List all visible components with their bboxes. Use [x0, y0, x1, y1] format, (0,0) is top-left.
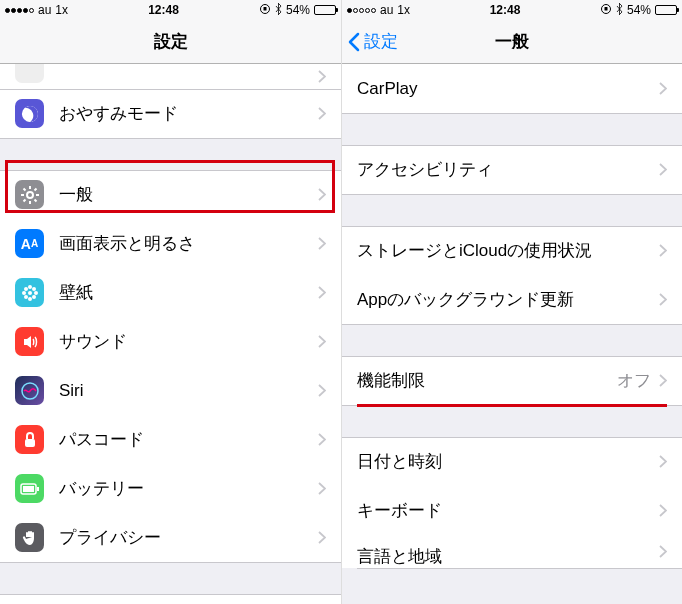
nav-bar: 設定 [0, 20, 341, 64]
screen-settings: au 1x 12:48 54% 設定 おやすみモード [0, 0, 341, 604]
nav-bar: 設定 一般 [342, 20, 682, 64]
bluetooth-icon [616, 3, 623, 18]
cell-language[interactable]: 言語と地域 [342, 535, 682, 568]
cell-bgrefresh[interactable]: Appのバックグラウンド更新 [342, 275, 682, 324]
chevron-right-icon [318, 70, 326, 83]
cell-privacy[interactable]: プライバシー [0, 513, 341, 562]
chevron-left-icon [348, 32, 360, 52]
cell-label: Siri [59, 381, 318, 401]
battery-icon [314, 5, 336, 15]
svg-point-6 [22, 291, 26, 295]
cell-keyboard[interactable]: キーボード [342, 486, 682, 535]
svg-rect-15 [23, 486, 34, 492]
cell-carplay[interactable]: CarPlay [342, 64, 682, 113]
cell-accessibility[interactable]: アクセシビリティ [342, 145, 682, 194]
chevron-right-icon [318, 188, 326, 201]
cell-restrictions[interactable]: 機能制限 オフ [342, 356, 682, 405]
svg-rect-18 [604, 7, 607, 11]
hand-icon [15, 523, 44, 552]
cell-general[interactable]: 一般 [0, 170, 341, 219]
svg-point-3 [28, 291, 32, 295]
cell-display[interactable]: AA 画面表示と明るさ [0, 219, 341, 268]
cell-label: アクセシビリティ [357, 158, 659, 181]
signal-icon [347, 8, 376, 13]
cell-label: 日付と時刻 [357, 450, 659, 473]
clock: 12:48 [490, 3, 521, 17]
cell-label: サウンド [59, 330, 318, 353]
network-label: 1x [397, 3, 410, 17]
battery-icon [655, 5, 677, 15]
chevron-right-icon [318, 482, 326, 495]
general-list[interactable]: CarPlay アクセシビリティ ストレージとiCloudの使用状況 Appのバ… [342, 64, 682, 604]
nav-title: 一般 [495, 30, 529, 53]
settings-list[interactable]: おやすみモード 一般 AA 画面表示と明るさ 壁紙 [0, 64, 341, 604]
svg-point-7 [34, 291, 38, 295]
cell-partial-top[interactable] [0, 64, 341, 89]
cell-label: 言語と地域 [357, 545, 659, 568]
status-bar: au 1x 12:48 54% [0, 0, 341, 20]
cell-wallpaper[interactable]: 壁紙 [0, 268, 341, 317]
chevron-right-icon [659, 504, 667, 517]
gear-icon [15, 180, 44, 209]
moon-icon [15, 99, 44, 128]
svg-rect-1 [263, 7, 266, 11]
battery-pct: 54% [627, 3, 651, 17]
cell-label: 画面表示と明るさ [59, 232, 318, 255]
cell-passcode[interactable]: パスコード [0, 415, 341, 464]
chevron-right-icon [659, 82, 667, 95]
signal-icon [5, 8, 34, 13]
svg-point-8 [24, 287, 28, 291]
bluetooth-icon [275, 3, 282, 18]
svg-rect-16 [37, 487, 39, 491]
cell-datetime[interactable]: 日付と時刻 [342, 437, 682, 486]
chevron-right-icon [659, 244, 667, 257]
screen-general: au 1x 12:48 54% 設定 一般 CarPlay アクセシ [341, 0, 682, 604]
cell-label: Appのバックグラウンド更新 [357, 288, 659, 311]
cell-label: CarPlay [357, 79, 659, 99]
cell-siri[interactable]: Siri [0, 366, 341, 415]
flower-icon [15, 278, 44, 307]
speaker-icon [15, 327, 44, 356]
chevron-right-icon [659, 545, 667, 558]
cell-label: バッテリー [59, 477, 318, 500]
text-size-icon: AA [15, 229, 44, 258]
chevron-right-icon [659, 455, 667, 468]
chevron-right-icon [318, 286, 326, 299]
lock-icon [15, 425, 44, 454]
back-button[interactable]: 設定 [348, 20, 398, 63]
chevron-right-icon [659, 293, 667, 306]
svg-point-4 [28, 285, 32, 289]
battery-pct: 54% [286, 3, 310, 17]
cell-dnd[interactable]: おやすみモード [0, 89, 341, 138]
cell-icloud[interactable]: iCloud [0, 594, 341, 604]
carrier-label: au [38, 3, 51, 17]
siri-icon [15, 376, 44, 405]
rotation-lock-icon [600, 3, 612, 18]
cell-label: プライバシー [59, 526, 318, 549]
network-label: 1x [55, 3, 68, 17]
cell-label: 壁紙 [59, 281, 318, 304]
cell-storage[interactable]: ストレージとiCloudの使用状況 [342, 226, 682, 275]
status-bar: au 1x 12:48 54% [342, 0, 682, 20]
chevron-right-icon [318, 384, 326, 397]
svg-point-2 [27, 192, 33, 198]
chevron-right-icon [659, 163, 667, 176]
battery-settings-icon [15, 474, 44, 503]
cell-label: ストレージとiCloudの使用状況 [357, 239, 659, 262]
svg-rect-13 [25, 439, 35, 447]
underline-restrictions [357, 404, 667, 407]
chevron-right-icon [318, 107, 326, 120]
svg-point-5 [28, 297, 32, 301]
back-label: 設定 [364, 30, 398, 53]
clock: 12:48 [148, 3, 179, 17]
svg-point-10 [24, 295, 28, 299]
cell-battery[interactable]: バッテリー [0, 464, 341, 513]
cell-label: パスコード [59, 428, 318, 451]
cell-label: おやすみモード [59, 102, 318, 125]
carrier-label: au [380, 3, 393, 17]
svg-point-9 [32, 287, 36, 291]
chevron-right-icon [318, 237, 326, 250]
svg-point-11 [32, 295, 36, 299]
cell-sounds[interactable]: サウンド [0, 317, 341, 366]
cell-label: 機能制限 [357, 369, 617, 392]
